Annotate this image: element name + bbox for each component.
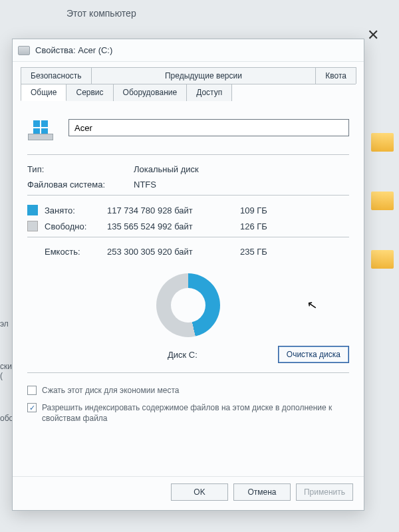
dialog-footer: OK Отмена Применить <box>13 476 364 510</box>
used-gb: 109 ГБ <box>240 205 287 215</box>
tab-tools[interactable]: Сервис <box>66 84 113 101</box>
capacity-label: Емкость: <box>45 247 107 257</box>
filesystem-label: Файловая система: <box>27 180 134 190</box>
index-label: Разрешить индексировать содержимое файло… <box>42 402 349 424</box>
free-label: Свободно: <box>45 221 107 231</box>
free-gb: 126 ГБ <box>240 221 287 231</box>
apply-button[interactable]: Применить <box>296 483 353 501</box>
tab-hardware[interactable]: Оборудование <box>113 84 188 101</box>
ok-button[interactable]: OK <box>171 483 228 501</box>
windows-icon <box>33 120 48 135</box>
divider <box>27 195 349 196</box>
tabs: Безопасность Предыдущие версии Квота Общ… <box>13 62 364 101</box>
volume-name-input[interactable] <box>68 119 349 136</box>
capacity-bytes: 253 300 305 920 байт <box>107 247 240 257</box>
dialog-title: Свойства: Acer (C:) <box>35 45 112 55</box>
drive-icon-large <box>27 114 54 141</box>
tab-previous-versions[interactable]: Предыдущие версии <box>91 67 317 84</box>
free-bytes: 135 565 524 992 байт <box>107 221 240 231</box>
sidebar-fragment: эл ски ( ободно <box>0 319 13 456</box>
capacity-row: Емкость: 253 300 305 920 байт 235 ГБ <box>27 244 349 259</box>
compress-label: Сжать этот диск для экономии места <box>42 385 179 396</box>
explorer-title: Этот компьютер <box>66 8 136 19</box>
pie-label: Диск C: <box>87 350 278 360</box>
drive-icon <box>18 46 30 55</box>
tab-security[interactable]: Безопасность <box>21 67 92 84</box>
index-checkbox[interactable]: ✓ <box>27 403 37 412</box>
cancel-button[interactable]: Отмена <box>233 483 291 501</box>
free-space-row: Свободно: 135 565 524 992 байт 126 ГБ <box>27 218 349 234</box>
type-label: Тип: <box>27 164 134 174</box>
divider <box>27 237 349 237</box>
tab-quota[interactable]: Квота <box>315 67 356 84</box>
used-swatch-icon <box>27 205 38 215</box>
folder-icons-column <box>371 133 394 269</box>
used-bytes: 117 734 780 928 байт <box>107 205 240 215</box>
disk-cleanup-button[interactable]: Очистка диска <box>278 346 349 363</box>
free-swatch-icon <box>27 221 38 231</box>
tab-sharing[interactable]: Доступ <box>186 84 232 101</box>
folder-icon <box>371 192 394 210</box>
used-label: Занято: <box>45 205 107 215</box>
tab-content-general: Тип: Локальный диск Файловая система: NT… <box>13 101 364 476</box>
usage-pie-chart <box>156 273 220 337</box>
compress-checkbox[interactable] <box>27 386 37 395</box>
properties-dialog: Свойства: Acer (C:) Безопасность Предыду… <box>12 39 364 511</box>
divider <box>27 372 349 373</box>
titlebar[interactable]: Свойства: Acer (C:) <box>13 39 364 62</box>
folder-icon <box>371 250 394 269</box>
capacity-gb: 235 ГБ <box>240 247 287 257</box>
type-value: Локальный диск <box>134 164 349 174</box>
tab-general[interactable]: Общие <box>21 84 66 101</box>
filesystem-value: NTFS <box>134 180 349 190</box>
used-space-row: Занято: 117 734 780 928 байт 109 ГБ <box>27 202 349 218</box>
folder-icon <box>371 133 394 152</box>
divider <box>27 154 349 155</box>
close-icon[interactable]: ✕ <box>367 27 379 44</box>
